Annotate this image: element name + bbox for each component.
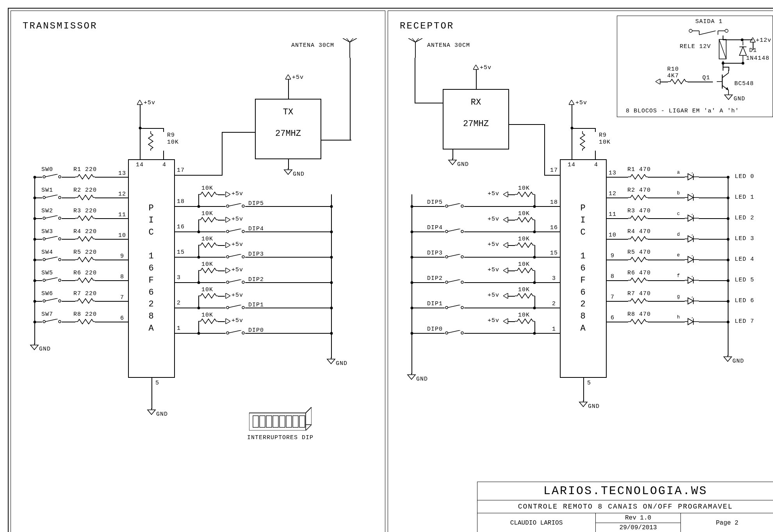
led2: LED 2 bbox=[735, 215, 754, 221]
pin16: 16 bbox=[177, 224, 185, 230]
led1: LED 1 bbox=[735, 194, 754, 201]
dip1-res bbox=[198, 293, 218, 299]
resistor-r4 bbox=[75, 236, 95, 242]
pin9: 9 bbox=[120, 253, 124, 260]
svg-line-40 bbox=[719, 39, 726, 59]
gnd-icon bbox=[30, 343, 39, 351]
dip1-sw bbox=[226, 305, 245, 310]
arrow-icon bbox=[225, 192, 230, 197]
dipr: 10K bbox=[201, 286, 213, 293]
dip1: DIP1 bbox=[427, 301, 443, 307]
nete: e bbox=[677, 253, 680, 258]
dip1-sw bbox=[445, 305, 464, 310]
dip-package-icon bbox=[249, 407, 312, 431]
dipr: 10K bbox=[518, 286, 530, 293]
gnd-label: GND bbox=[156, 411, 168, 418]
dip5-sw bbox=[445, 203, 464, 209]
r10 bbox=[668, 79, 688, 84]
switch-sw7 bbox=[42, 319, 62, 324]
sw2: SW2 bbox=[41, 208, 53, 214]
dip4-res bbox=[198, 217, 218, 222]
gnd-icon bbox=[283, 168, 293, 175]
pin4: 4 bbox=[162, 162, 166, 168]
gnd-label: GND bbox=[293, 171, 305, 178]
dip4-res bbox=[515, 217, 534, 222]
resistor-r9-rx bbox=[580, 131, 585, 151]
dipv: +5v bbox=[232, 241, 243, 248]
antenna-icon bbox=[342, 38, 358, 58]
led7-icon bbox=[685, 317, 699, 326]
pin11: 11 bbox=[118, 212, 126, 218]
tb-title: LARIOS.TECNOLOGIA.WS bbox=[543, 484, 707, 498]
pin12: 12 bbox=[118, 191, 126, 197]
sw7: SW7 bbox=[41, 311, 53, 318]
svg-line-23 bbox=[306, 425, 312, 431]
tb-page: Page 2 bbox=[681, 513, 773, 532]
dip3-res bbox=[515, 242, 534, 248]
pin1: 1 bbox=[552, 326, 556, 333]
tb-author: CLAUDIO LARIOS bbox=[477, 513, 596, 532]
pin4: 4 bbox=[594, 162, 598, 168]
r8: R8 220 bbox=[73, 311, 97, 318]
arrow-icon bbox=[225, 217, 230, 222]
pin5: 5 bbox=[587, 380, 591, 386]
netg: g bbox=[677, 294, 680, 299]
switch-sw1 bbox=[42, 195, 62, 200]
pin5: 5 bbox=[155, 380, 159, 386]
r9v: 10K bbox=[167, 139, 179, 146]
switch-sw3 bbox=[42, 236, 62, 242]
dipv: +5v bbox=[232, 190, 243, 197]
transmissor-panel: TRANSMISSOR ANTENA 30CM TX 27MHZ +5v GND… bbox=[11, 11, 385, 532]
dip2-res bbox=[198, 268, 218, 273]
rx-title: RECEPTOR bbox=[400, 21, 454, 31]
res-led7 bbox=[628, 319, 648, 324]
r10v: 4K7 bbox=[667, 73, 679, 79]
pin15: 15 bbox=[550, 250, 558, 256]
r9: R9 bbox=[167, 132, 175, 139]
neta: a bbox=[677, 170, 680, 175]
gnd-icon bbox=[724, 93, 733, 100]
gnd-label: GND bbox=[39, 346, 51, 352]
pic-chip-rx: P I C 1 6 F 6 2 8 A bbox=[560, 159, 607, 378]
dipr: 10K bbox=[201, 261, 213, 268]
pin12: 12 bbox=[609, 190, 616, 197]
rled4: R5 470 bbox=[627, 249, 651, 256]
gnd-icon bbox=[147, 408, 156, 415]
dipv: +5v bbox=[232, 317, 243, 324]
pin8: 8 bbox=[120, 274, 124, 280]
netc: c bbox=[677, 211, 680, 217]
res-led4 bbox=[628, 257, 648, 262]
rx-line2: 27MHZ bbox=[443, 119, 508, 129]
switch-sw4 bbox=[42, 257, 62, 262]
res-led6 bbox=[628, 298, 648, 304]
pin17: 17 bbox=[550, 167, 558, 174]
v5: +5v bbox=[575, 100, 587, 106]
q1: Q1 bbox=[702, 75, 710, 81]
svg-rect-28 bbox=[280, 416, 285, 427]
svg-rect-25 bbox=[260, 416, 265, 427]
led6-icon bbox=[685, 297, 699, 305]
relay-inset: SAIDA 1 RELE 12V +12v bbox=[617, 16, 773, 117]
gnd-icon bbox=[407, 373, 416, 380]
led4: LED 4 bbox=[735, 256, 754, 263]
svg-rect-29 bbox=[286, 416, 292, 427]
arrow-icon bbox=[225, 268, 230, 273]
r7: R7 220 bbox=[73, 290, 97, 297]
led0-icon bbox=[685, 173, 699, 181]
dip2-sw bbox=[226, 279, 245, 285]
r9v: 10K bbox=[599, 139, 611, 146]
pin3: 3 bbox=[177, 274, 181, 281]
resistor-r1 bbox=[75, 174, 95, 180]
antenna-icon bbox=[408, 38, 423, 58]
dipr: 10K bbox=[518, 185, 530, 192]
dipr: 10K bbox=[518, 210, 530, 217]
pin8: 8 bbox=[611, 273, 614, 280]
res-led0 bbox=[628, 174, 648, 180]
led6: LED 6 bbox=[735, 297, 754, 304]
netb: b bbox=[677, 190, 680, 196]
sw5: SW5 bbox=[41, 270, 53, 276]
sw6: SW6 bbox=[41, 290, 53, 297]
dipr: 10K bbox=[201, 312, 213, 318]
dip3-sw bbox=[445, 254, 464, 260]
netf: f bbox=[677, 273, 680, 279]
